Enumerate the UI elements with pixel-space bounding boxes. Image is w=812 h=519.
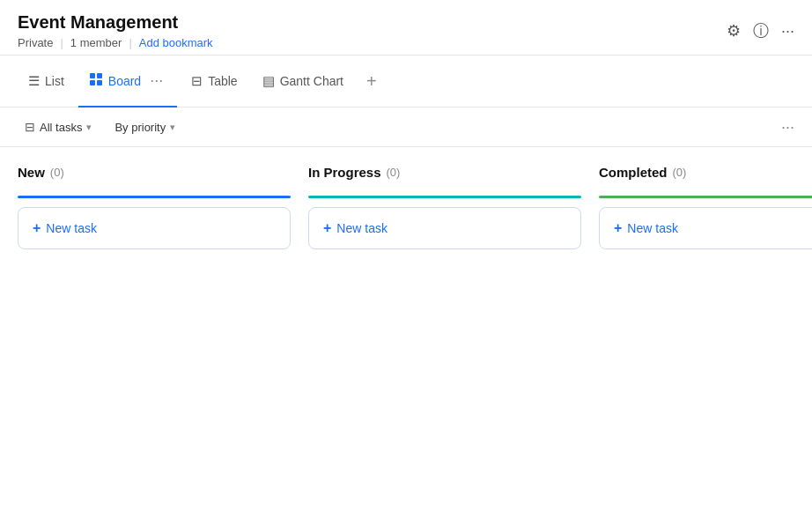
- list-tab-icon: ☰: [28, 73, 40, 89]
- more-icon[interactable]: ···: [781, 22, 794, 41]
- column-new-line: [18, 196, 291, 198]
- filter-label: All tasks: [40, 121, 82, 134]
- settings-icon[interactable]: ⚙: [727, 21, 741, 41]
- add-view-button[interactable]: +: [361, 64, 382, 99]
- page-header: Event Management Private | 1 member | Ad…: [0, 0, 812, 56]
- toolbar: ⊟ All tasks ▾ By priority ▾ ···: [0, 108, 812, 147]
- column-in-progress: In Progress (0) + New task: [308, 165, 581, 519]
- column-in-progress-header: In Progress (0): [308, 165, 581, 187]
- new-task-label-completed: New task: [627, 221, 678, 235]
- tabs-bar: ☰ List Board ··· ⊟ Table ▤ Gantt Chart +: [0, 56, 812, 108]
- column-completed: Completed (0) + New task: [599, 165, 812, 519]
- board-tab-more[interactable]: ···: [146, 64, 166, 97]
- board: New (0) + New task In Progress (0) + New…: [0, 147, 812, 519]
- column-completed-title: Completed: [599, 165, 668, 180]
- toolbar-left: ⊟ All tasks ▾ By priority ▾: [18, 116, 182, 137]
- column-in-progress-title: In Progress: [308, 165, 381, 180]
- column-completed-header: Completed (0): [599, 165, 812, 187]
- group-chevron: ▾: [170, 122, 175, 133]
- column-completed-line: [599, 196, 812, 198]
- svg-rect-2: [90, 80, 95, 85]
- svg-rect-0: [90, 73, 95, 78]
- column-completed-count: (0): [673, 166, 687, 179]
- column-in-progress-count: (0): [387, 166, 401, 179]
- tab-list[interactable]: ☰ List: [18, 64, 75, 100]
- new-task-button-in-progress[interactable]: + New task: [308, 207, 581, 249]
- column-in-progress-line: [308, 196, 581, 198]
- group-label: By priority: [114, 121, 166, 134]
- table-tab-icon: ⊟: [191, 73, 203, 89]
- group-button[interactable]: By priority ▾: [107, 117, 182, 137]
- visibility-label: Private: [18, 36, 53, 49]
- add-bookmark-link[interactable]: Add bookmark: [139, 36, 213, 49]
- plus-icon-in-progress: +: [323, 220, 331, 236]
- tab-gantt-label: Gantt Chart: [280, 74, 343, 88]
- new-task-label-new: New task: [46, 221, 97, 235]
- svg-rect-1: [97, 73, 102, 78]
- svg-rect-3: [97, 80, 102, 85]
- board-tab-icon: [89, 72, 103, 89]
- tab-board[interactable]: Board ···: [78, 56, 177, 108]
- filter-chevron: ▾: [86, 122, 92, 133]
- header-right: ⚙ ⓘ ···: [727, 20, 794, 41]
- tab-list-label: List: [45, 74, 64, 88]
- gantt-tab-icon: ▤: [262, 73, 275, 89]
- column-new-header: New (0): [18, 165, 291, 187]
- plus-icon-completed: +: [614, 220, 622, 236]
- tab-board-label: Board: [108, 74, 141, 88]
- header-left: Event Management Private | 1 member | Ad…: [18, 12, 213, 49]
- new-task-label-in-progress: New task: [336, 221, 388, 235]
- filter-icon: ⊟: [25, 120, 35, 134]
- page-title: Event Management: [18, 12, 213, 33]
- header-meta: Private | 1 member | Add bookmark: [18, 36, 213, 49]
- tab-table-label: Table: [208, 74, 237, 88]
- filter-button[interactable]: ⊟ All tasks ▾: [18, 116, 99, 137]
- new-task-button-new[interactable]: + New task: [18, 207, 291, 249]
- plus-icon-new: +: [33, 220, 41, 236]
- tab-gantt[interactable]: ▤ Gantt Chart: [252, 64, 354, 100]
- column-new-title: New: [18, 165, 45, 180]
- tab-table[interactable]: ⊟ Table: [181, 64, 247, 100]
- column-new: New (0) + New task: [18, 165, 291, 519]
- column-new-count: (0): [50, 166, 64, 179]
- info-icon[interactable]: ⓘ: [753, 20, 769, 41]
- new-task-button-completed[interactable]: + New task: [599, 207, 812, 249]
- members-label: 1 member: [70, 36, 122, 49]
- toolbar-more-button[interactable]: ···: [781, 118, 794, 137]
